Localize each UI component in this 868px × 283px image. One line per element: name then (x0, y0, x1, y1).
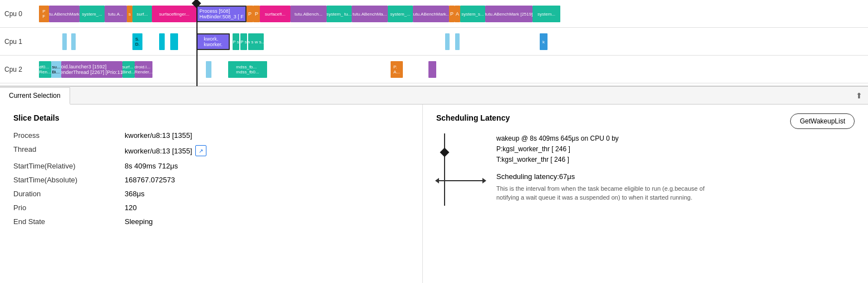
cursor-line-cpu0 (196, 0, 198, 27)
cpu2-block-6[interactable] (206, 61, 211, 78)
cpu0-block-14[interactable]: system_... (388, 6, 413, 22)
thread-value-text: kworker/u8:13 [1355] (125, 147, 192, 155)
cpu1-block-1[interactable] (62, 33, 67, 50)
latency-value: Scheduling latency:67μs (496, 172, 708, 181)
cpu2-block-2[interactable]: su...Bi... (51, 61, 61, 78)
cpu0-block-17[interactable]: A (455, 6, 460, 22)
label-duration: Duration (13, 190, 125, 198)
cpu0-block-8[interactable]: P (246, 6, 253, 22)
wakeup-line1: wakeup @ 8s 409ms 645μs on CPU 0 by (496, 133, 708, 144)
cpu1-block-11[interactable]: k (540, 33, 548, 50)
cpu2-block-7[interactable]: mdss_fb...mdss_fb0... (228, 61, 267, 78)
scheduling-latency-panel: Scheduling Latency GetWakeupList (423, 105, 868, 283)
value-duration: 368μs (125, 190, 145, 198)
latency-arrow (438, 180, 483, 181)
label-thread: Thread (13, 145, 125, 156)
cpu0-block-15[interactable]: tutu.ABenchMark... (413, 6, 449, 22)
detail-endstate: End State Sleeping (13, 217, 409, 226)
cpu0-block-selected[interactable]: Process [508]HwBinder:508_3 [ F (196, 6, 246, 22)
cpu0-block-4[interactable]: tutu.A... (105, 6, 127, 22)
cpu2-label: Cpu 2 (0, 66, 39, 73)
cpu1-block-9[interactable] (445, 33, 450, 50)
detail-starttime-abs: StartTime(Absolute) 168767.072573 (13, 176, 409, 184)
cpu0-block-18[interactable]: system_s... (460, 6, 485, 22)
cpu0-block-11[interactable]: tutu.ABench... (290, 6, 327, 22)
latency-description: This is the interval from when the task … (496, 184, 708, 202)
detail-prio: Prio 120 (13, 203, 409, 212)
latency-diagram: wakeup @ 8s 409ms 645μs on CPU 0 by P:kg… (436, 133, 855, 206)
cpu2-block-3[interactable]: droid.launcher3 [1592]RenderThread [2267… (61, 61, 122, 78)
cpu1-block-8[interactable]: w s w s... (248, 33, 264, 50)
cpu0-block-2[interactable]: tutu.ABenchMark... (49, 6, 80, 22)
detail-thread: Thread kworker/u8:13 [1355] ↗ (13, 145, 409, 156)
cpu0-block-3[interactable]: system_... (80, 6, 105, 22)
tab-bar: Current Selection ⬆ (0, 87, 868, 105)
value-starttime-rel: 8s 409ms 712μs (125, 162, 178, 170)
panel-content: Slice Details Process kworker/u8:13 [135… (0, 105, 868, 283)
wakeup-diamond (440, 148, 450, 157)
cpu-timeline: Cpu 0 PF tutu.ABenchMark... system_... t… (0, 0, 868, 86)
get-wakeup-button[interactable]: GetWakeupList (790, 113, 855, 129)
detail-duration: Duration 368μs (13, 190, 409, 198)
cpu1-block-5[interactable] (170, 33, 178, 50)
cpu1-block-2[interactable] (71, 33, 76, 50)
cpu2-track: df0...Ren... su...Bi... droid.launcher3 … (39, 56, 868, 83)
wakeup-line2: P:kgsl_worker_thr [ 246 ] (496, 144, 708, 155)
cpu0-block-13[interactable]: tutu.ABenchMa... (352, 6, 388, 22)
cpu1-row: Cpu 1 S.D. kwork.kworker. P s P s w s w … (0, 28, 868, 56)
value-endstate: Sleeping (125, 217, 153, 226)
value-starttime-abs: 168767.072573 (125, 176, 175, 184)
cpu1-label: Cpu 1 (0, 38, 39, 46)
cpu2-block-1[interactable]: df0...Ren... (39, 61, 51, 78)
cpu0-block-12[interactable]: system_ tu... (327, 6, 352, 22)
slice-details-panel: Slice Details Process kworker/u8:13 [135… (0, 105, 423, 283)
cpu0-block-19[interactable]: tutu.ABenchMark [2519] (485, 6, 532, 22)
cpu0-block-6[interactable]: surf... (132, 6, 152, 22)
cpu0-block-5[interactable]: s (127, 6, 132, 22)
thread-link-icon[interactable]: ↗ (195, 145, 206, 156)
cpu2-block-4[interactable]: surf...Bind... (122, 61, 135, 78)
cpu1-block-6[interactable]: P s (233, 33, 239, 50)
slice-details-title: Slice Details (13, 113, 409, 122)
cpu0-row: Cpu 0 PF tutu.ABenchMark... system_... t… (0, 0, 868, 28)
cpu1-block-selected[interactable]: kwork.kworker. (196, 33, 230, 50)
latency-text-content: wakeup @ 8s 409ms 645μs on CPU 0 by P:kg… (496, 133, 708, 202)
label-starttime-abs: StartTime(Absolute) (13, 176, 125, 184)
value-thread: kworker/u8:13 [1355] ↗ (125, 145, 206, 156)
cpu1-block-7[interactable]: P s (240, 33, 247, 50)
cpu1-block-10[interactable] (455, 33, 460, 50)
cpu0-block-9[interactable]: P (253, 6, 260, 22)
cpu2-row: Cpu 2 df0...Ren... su...Bi... droid.laun… (0, 56, 868, 83)
label-endstate: End State (13, 217, 125, 226)
cpu1-track: S.D. kwork.kworker. P s P s w s w s... k (39, 28, 868, 55)
value-prio: 120 (125, 203, 137, 212)
cpu2-block-9[interactable] (428, 61, 436, 78)
label-starttime-rel: StartTime(Relative) (13, 162, 125, 170)
value-process: kworker/u8:13 [1355] (125, 131, 192, 140)
wakeup-info: wakeup @ 8s 409ms 645μs on CPU 0 by P:kg… (496, 133, 708, 166)
cpu0-block-16[interactable]: P (449, 6, 455, 22)
cpu0-track: PF tutu.ABenchMark... system_... tutu.A.… (39, 0, 868, 27)
cpu1-block-4[interactable] (159, 33, 165, 50)
cpu0-label: Cpu 0 (0, 10, 39, 18)
tab-current-selection[interactable]: Current Selection (0, 87, 70, 105)
detail-process: Process kworker/u8:13 [1355] (13, 131, 409, 140)
cpu0-block-7[interactable]: surfaceflinger... (152, 6, 196, 22)
arrow-line-element (438, 180, 483, 181)
wakeup-line3: T:kgsl_worker_thr [ 246 ] (496, 155, 708, 165)
label-process: Process (13, 131, 125, 140)
cpu1-block-3[interactable]: S.D. (132, 33, 142, 50)
pin-icon[interactable]: ⬆ (856, 91, 862, 100)
cpu0-block-20[interactable]: system... (532, 6, 560, 22)
detail-starttime-rel: StartTime(Relative) 8s 409ms 712μs (13, 162, 409, 170)
vertical-timeline (444, 133, 445, 206)
cpu2-block-5[interactable]: droid.l...Render... (135, 61, 152, 78)
cpu0-block-10[interactable]: surfacefl... (260, 6, 290, 22)
latency-visual (436, 133, 492, 206)
label-prio: Prio (13, 203, 125, 212)
cpu0-block-1[interactable]: PF (39, 6, 49, 22)
bottom-panel: Current Selection ⬆ Slice Details Proces… (0, 86, 868, 283)
cpu2-block-8[interactable]: P.A... (391, 61, 403, 78)
